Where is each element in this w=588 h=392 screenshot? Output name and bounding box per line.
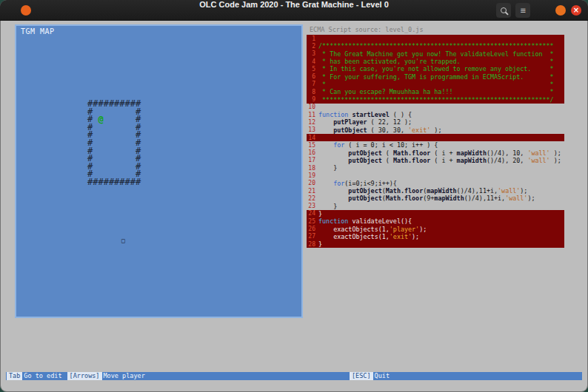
code-line-13[interactable]: 13 putObject ( 30, 30, 'exit' ); xyxy=(307,126,564,134)
key-hint-label: Quit xyxy=(375,372,390,380)
code-editor[interactable]: 12/*************************************… xyxy=(307,35,564,248)
code-line-10[interactable]: 10 xyxy=(307,104,564,111)
titlebar: OLC Code Jam 2020 - The Grat Machine - L… xyxy=(0,0,588,21)
line-number: 21 xyxy=(307,188,318,195)
code-line-11[interactable]: 11function startLevel ( ) { xyxy=(307,111,564,118)
line-number: 17 xyxy=(307,157,318,163)
key-hint-label: Move player xyxy=(104,372,145,380)
line-number: 10 xyxy=(307,104,318,110)
line-number: 16 xyxy=(307,149,318,156)
code-line-27: 27 exactObjects(1,'exit'); xyxy=(307,233,564,240)
code-line-4: 4 * has been activated, you're trapped. … xyxy=(307,58,564,65)
line-number: 18 xyxy=(307,165,318,172)
line-number: 22 xyxy=(307,195,318,202)
menu-button[interactable]: ≡ xyxy=(515,3,530,18)
line-number: 2 xyxy=(307,43,318,50)
line-number: 9 xyxy=(307,96,318,103)
code-line-12[interactable]: 12 putPlayer ( 22, 12 ); xyxy=(307,118,564,126)
code-line-25: 25function validateLevel(){ xyxy=(307,217,564,225)
code-source-header: ECMA Script source: level_0.js xyxy=(307,24,564,35)
code-line-20[interactable]: 20 for(i=0;i<9;i++){ xyxy=(307,180,564,187)
code-line-9: 9 **************************************… xyxy=(307,95,564,103)
close-icon: × xyxy=(573,6,579,14)
line-number: 19 xyxy=(307,172,318,179)
code-line-15[interactable]: 15 for ( i = 0; i < 10; i++ ) { xyxy=(307,141,564,149)
code-line-8: 8 * Can you escape? Mmuuhhaa ha ha!!! * xyxy=(307,88,564,95)
code-panel[interactable]: ECMA Script source: level_0.js 12/******… xyxy=(307,24,564,248)
code-line-28: 28} xyxy=(307,240,564,248)
map-panel[interactable]: TGM MAP ########## # # # @ # # # # # # #… xyxy=(15,24,303,318)
line-number: 25 xyxy=(307,218,318,225)
line-number: 1 xyxy=(307,36,318,42)
status-hints-left: TabGo to edit[Arrows]Move player xyxy=(7,372,150,380)
map-panel-title: TGM MAP xyxy=(21,27,55,36)
status-bar: TabGo to edit[Arrows]Move player [ESC]Qu… xyxy=(6,372,582,380)
search-icon xyxy=(501,7,507,13)
keycap: [Arrows] xyxy=(67,372,102,380)
line-number: 14 xyxy=(307,135,318,141)
line-number: 11 xyxy=(307,112,318,118)
code-line-3: 3 * The Great Machine got you now! The v… xyxy=(307,50,564,58)
line-number: 28 xyxy=(307,241,318,248)
status-hint-quit: [ESC]Quit xyxy=(350,372,395,380)
code-line-16[interactable]: 16 putObject ( Math.floor ( i + mapWidth… xyxy=(307,149,564,156)
code-line-23[interactable]: 23 } xyxy=(307,203,564,210)
code-line-21[interactable]: 21 putObject(Math.floor(mapWidth()/4),11… xyxy=(307,187,564,195)
close-button[interactable]: × xyxy=(571,5,581,16)
line-number: 8 xyxy=(307,89,318,95)
code-line-22[interactable]: 22 putObject(Math.floor(9+mapWidth()/4),… xyxy=(307,195,564,202)
keycap: Tab xyxy=(7,372,22,380)
player-character[interactable]: @ xyxy=(98,114,103,124)
keycap: [ESC] xyxy=(350,372,373,380)
line-number: 6 xyxy=(307,73,318,80)
exit-object: □ xyxy=(121,238,125,244)
line-number: 20 xyxy=(307,180,318,186)
code-line-7: 7 * * xyxy=(307,81,564,88)
code-line-17[interactable]: 17 putObject ( Math.floor ( i + mapWidth… xyxy=(307,157,564,164)
code-line-26: 26 exactObjects(1,'player'); xyxy=(307,225,564,232)
minimize-button[interactable] xyxy=(555,5,566,16)
line-number: 7 xyxy=(307,81,318,87)
line-number: 24 xyxy=(307,210,318,217)
terminal-window: OLC Code Jam 2020 - The Grat Machine - L… xyxy=(0,0,588,392)
code-line-19[interactable]: 19 xyxy=(307,172,564,179)
code-line-18[interactable]: 18 } xyxy=(307,164,564,172)
line-number: 5 xyxy=(307,66,318,72)
search-button[interactable] xyxy=(496,3,511,18)
line-number: 27 xyxy=(307,233,318,240)
line-number: 4 xyxy=(307,58,318,65)
line-number: 12 xyxy=(307,119,318,126)
ascii-map[interactable]: ########## # # # @ # # # # # # # # # # #… xyxy=(87,100,141,186)
code-line-6: 6 * For your suffering, TGM is programme… xyxy=(307,72,564,80)
code-line-5: 5 * In this case, you're not allowed to … xyxy=(307,65,564,72)
line-number: 26 xyxy=(307,226,318,232)
line-number: 15 xyxy=(307,142,318,149)
code-line-14: 14 xyxy=(307,134,564,141)
code-line-24: 24} xyxy=(307,210,564,217)
code-line-1: 1 xyxy=(307,35,564,42)
key-hint-label: Go to edit xyxy=(24,372,61,380)
code-line-2: 2/**************************************… xyxy=(307,42,564,50)
line-number: 13 xyxy=(307,126,318,133)
hamburger-icon: ≡ xyxy=(520,3,525,18)
line-number: 23 xyxy=(307,203,318,209)
line-number: 3 xyxy=(307,50,318,57)
